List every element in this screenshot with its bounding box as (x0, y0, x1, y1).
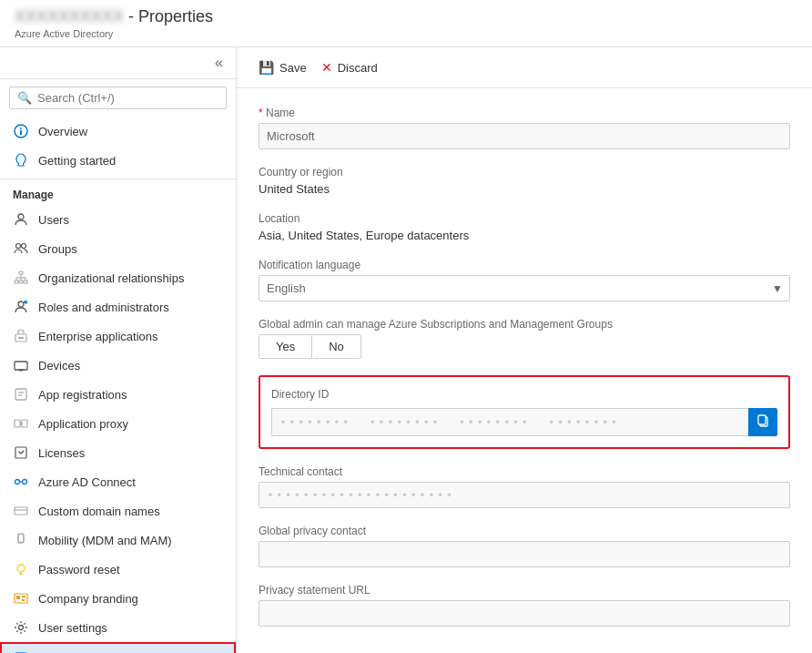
notification-select[interactable]: English (259, 275, 790, 301)
sidebar-item-mobility-label: Mobility (MDM and MAM) (38, 534, 172, 547)
sidebar-item-settings-label: User settings (38, 621, 107, 635)
org-icon (13, 270, 29, 286)
svg-point-15 (18, 301, 24, 307)
connect-icon (13, 474, 29, 490)
mobility-icon (13, 532, 29, 548)
discard-button[interactable]: ✕ Discard (321, 56, 378, 78)
settings-icon (13, 619, 29, 636)
name-group: Name (259, 107, 790, 149)
sidebar-item-getting-started-label: Getting started (38, 154, 116, 168)
yes-button[interactable]: Yes (259, 334, 312, 359)
country-label: Country or region (259, 166, 790, 179)
svg-rect-7 (15, 281, 18, 283)
svg-point-4 (16, 244, 21, 249)
copy-icon (756, 413, 770, 431)
global-admin-group: Global admin can manage Azure Subscripti… (259, 318, 790, 359)
svg-rect-31 (15, 447, 26, 458)
sidebar-item-enterprise-label: Enterprise applications (38, 330, 158, 343)
global-privacy-label: Global privacy contact (259, 525, 790, 537)
svg-rect-6 (19, 271, 23, 274)
notification-group: Notification language English ▼ (259, 259, 790, 301)
global-privacy-input[interactable] (259, 541, 790, 567)
page-title: XXXXXXXXXX - Properties (15, 7, 213, 26)
sidebar-item-proxy-label: Application proxy (38, 417, 128, 431)
svg-rect-20 (15, 362, 27, 370)
global-admin-label: Global admin can manage Azure Subscripti… (259, 318, 790, 331)
branding-icon (13, 590, 29, 607)
directory-id-row (271, 408, 777, 436)
directory-id-label: Directory ID (271, 388, 777, 401)
svg-point-32 (15, 480, 20, 485)
sidebar-item-groups[interactable]: Groups (0, 234, 236, 263)
sidebar-item-azure-ad-connect[interactable]: Azure AD Connect (0, 467, 236, 496)
no-button[interactable]: No (312, 334, 361, 359)
enterprise-icon (13, 328, 29, 344)
name-input[interactable] (259, 123, 790, 149)
technical-contact-input[interactable] (259, 482, 790, 508)
svg-rect-1 (20, 130, 22, 135)
sidebar-item-licenses[interactable]: Licenses (0, 438, 236, 467)
privacy-url-input[interactable] (259, 600, 790, 627)
sidebar-item-company-branding[interactable]: Company branding (0, 584, 236, 613)
sidebar-item-user-settings[interactable]: User settings (0, 613, 236, 642)
sidebar-item-enterprise-apps[interactable]: Enterprise applications (0, 321, 236, 351)
svg-rect-9 (24, 281, 27, 283)
directory-id-input[interactable] (271, 408, 748, 436)
svg-rect-27 (22, 420, 27, 427)
svg-rect-8 (19, 281, 23, 283)
svg-rect-35 (15, 507, 27, 515)
sidebar-item-password-label: Password reset (38, 563, 120, 576)
sidebar-item-application-proxy[interactable]: Application proxy (0, 409, 236, 438)
sidebar-item-licenses-label: Licenses (38, 446, 85, 460)
privacy-url-group: Privacy statement URL (259, 584, 790, 627)
sidebar-item-overview-label: Overview (38, 125, 87, 138)
sidebar-collapse[interactable]: « (0, 47, 236, 79)
sidebar-item-users[interactable]: Users (0, 205, 236, 234)
title-suffix: - Properties (128, 7, 213, 26)
save-button[interactable]: 💾 Save (259, 56, 307, 78)
toolbar: 💾 Save ✕ Discard (237, 47, 812, 88)
tenant-name: XXXXXXXXXX (15, 7, 124, 26)
sidebar-item-org-relationships[interactable]: Organizational relationships (0, 263, 236, 292)
country-value: United States (259, 182, 790, 196)
sidebar-item-users-label: Users (38, 213, 69, 227)
name-label: Name (259, 107, 790, 119)
sidebar-item-getting-started[interactable]: Getting started (0, 146, 236, 175)
notification-select-wrap: English ▼ (259, 275, 790, 301)
sidebar-item-groups-label: Groups (38, 242, 77, 256)
location-label: Location (259, 212, 790, 225)
top-bar: XXXXXXXXXX - Properties Azure Active Dir… (0, 0, 812, 47)
sidebar-item-branding-label: Company branding (38, 592, 138, 606)
sidebar-item-custom-domain[interactable]: Custom domain names (0, 496, 236, 525)
collapse-button[interactable]: « (209, 53, 228, 73)
subtitle: Azure Active Directory (15, 28, 213, 39)
content-area: 💾 Save ✕ Discard Name Country or region … (237, 47, 812, 653)
rocket-icon (13, 152, 29, 168)
save-label: Save (279, 61, 307, 75)
copy-button[interactable] (748, 408, 777, 436)
sidebar-item-properties[interactable]: Properties (0, 642, 236, 653)
svg-point-46 (19, 626, 24, 630)
roles-icon: + (13, 299, 29, 315)
svg-rect-26 (15, 420, 20, 427)
sidebar-item-connect-label: Azure AD Connect (38, 475, 136, 489)
svg-point-33 (23, 480, 27, 485)
top-bar-left: XXXXXXXXXX - Properties Azure Active Dir… (15, 7, 213, 39)
license-icon (13, 444, 29, 461)
svg-rect-45 (22, 599, 25, 601)
sidebar-item-overview[interactable]: Overview (0, 117, 236, 146)
notification-label: Notification language (259, 259, 790, 271)
sidebar-item-devices[interactable]: Devices (0, 351, 236, 380)
search-input[interactable] (37, 91, 218, 105)
search-box[interactable]: 🔍 (9, 87, 227, 109)
sidebar-item-password-reset[interactable]: Password reset (0, 555, 236, 584)
location-value: Asia, United States, Europe datacenters (259, 229, 790, 242)
location-group: Location Asia, United States, Europe dat… (259, 212, 790, 242)
toggle-group: Yes No (259, 334, 790, 359)
proxy-icon (13, 415, 29, 432)
svg-point-39 (17, 565, 25, 572)
sidebar-item-roles[interactable]: + Roles and administrators (0, 292, 236, 321)
sidebar-item-org-label: Organizational relationships (38, 271, 184, 285)
sidebar-item-mobility[interactable]: Mobility (MDM and MAM) (0, 525, 236, 555)
sidebar-item-app-registrations[interactable]: App registrations (0, 380, 236, 409)
